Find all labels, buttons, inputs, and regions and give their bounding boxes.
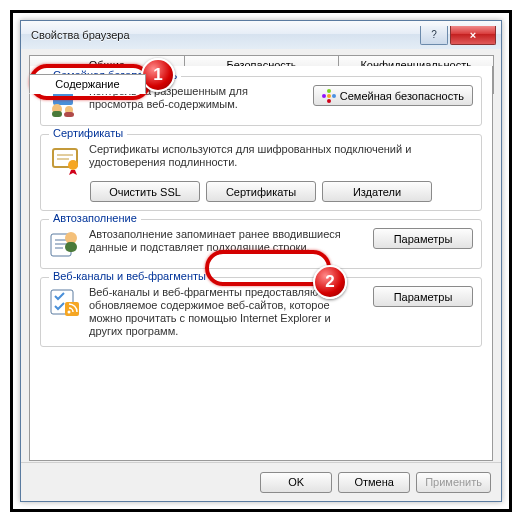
- svg-point-9: [322, 94, 326, 98]
- feeds-settings-button[interactable]: Параметры: [373, 286, 473, 307]
- cancel-button[interactable]: Отмена: [338, 472, 410, 493]
- apply-button[interactable]: Применить: [416, 472, 491, 493]
- svg-point-8: [327, 99, 331, 103]
- internet-options-dialog: Свойства браузера ? × Общие Безопасность…: [20, 20, 502, 502]
- close-button[interactable]: ×: [450, 26, 496, 45]
- family-safety-button[interactable]: Семейная безопасность: [313, 85, 473, 106]
- certificates-group: Сертификаты Сертификаты используются для…: [40, 134, 482, 211]
- svg-point-6: [327, 89, 331, 93]
- svg-point-11: [68, 160, 78, 170]
- svg-rect-3: [52, 111, 62, 117]
- content-tab-page: Семейная безопасность Контроль за разреш…: [29, 66, 493, 461]
- svg-point-17: [68, 311, 71, 314]
- flower-icon: [322, 89, 336, 103]
- feeds-group: Веб-каналы и веб-фрагменты Веб-каналы и …: [40, 277, 482, 347]
- svg-point-7: [332, 94, 336, 98]
- feeds-desc: Веб-каналы и веб-фрагменты предоставляют…: [89, 286, 365, 338]
- certificates-desc: Сертификаты используются для шифрованных…: [89, 143, 473, 169]
- autofill-desc: Автозаполнение запоминает ранее вводивши…: [89, 228, 365, 254]
- dialog-footer: OK Отмена Применить: [21, 462, 501, 501]
- svg-point-5: [327, 94, 331, 98]
- autofill-group: Автозаполнение Автозаполнение запоминает…: [40, 219, 482, 269]
- certificates-title: Сертификаты: [49, 127, 127, 139]
- autofill-settings-button[interactable]: Параметры: [373, 228, 473, 249]
- tab-content[interactable]: Содержание: [29, 74, 146, 94]
- svg-rect-14: [65, 242, 77, 252]
- autofill-title: Автозаполнение: [49, 212, 141, 224]
- autofill-icon: [49, 228, 81, 260]
- help-button[interactable]: ?: [420, 26, 448, 45]
- svg-rect-4: [64, 112, 74, 117]
- certificates-button[interactable]: Сертификаты: [206, 181, 316, 202]
- titlebar: Свойства браузера ? ×: [21, 21, 501, 49]
- ok-button[interactable]: OK: [260, 472, 332, 493]
- feeds-title: Веб-каналы и веб-фрагменты: [49, 270, 210, 282]
- clear-ssl-button[interactable]: Очистить SSL: [90, 181, 200, 202]
- window-title: Свойства браузера: [31, 29, 419, 41]
- publishers-button[interactable]: Издатели: [322, 181, 432, 202]
- certificate-icon: [49, 143, 81, 175]
- feeds-icon: [49, 286, 81, 318]
